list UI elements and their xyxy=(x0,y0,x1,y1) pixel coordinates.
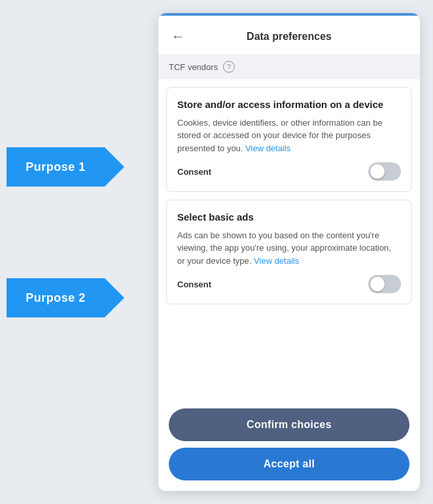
purpose-card-1: Store and/or access information on a dev… xyxy=(166,87,412,192)
data-preferences-modal: ← Data preferences TCF vendors ? Store a… xyxy=(158,13,420,491)
purpose-1-consent-label: Consent xyxy=(177,167,211,177)
purpose-1-title: Store and/or access information on a dev… xyxy=(177,98,401,111)
confirm-choices-button[interactable]: Confirm choices xyxy=(169,408,409,441)
purpose-2-arrow: Purpose 2 xyxy=(7,278,105,317)
purpose-1-consent-row: Consent xyxy=(177,162,401,181)
back-icon: ← xyxy=(171,29,184,44)
purpose-2-arrow-label: Purpose 2 xyxy=(26,291,86,305)
modal-footer: Confirm choices Accept all xyxy=(158,401,420,491)
purpose-2-toggle-thumb xyxy=(370,277,385,291)
purpose-2-title: Select basic ads xyxy=(177,211,401,224)
purpose-1-description: Cookies, device identifiers, or other in… xyxy=(177,117,401,155)
purpose-2-consent-label: Consent xyxy=(177,279,211,289)
purpose-2-consent-row: Consent xyxy=(177,275,401,293)
tcf-vendors-label: TCF vendors xyxy=(169,62,218,72)
modal-header: ← Data preferences xyxy=(158,16,420,54)
purpose-1-arrow-label: Purpose 1 xyxy=(26,160,86,174)
purpose-1-toggle-thumb xyxy=(370,164,385,179)
tcf-vendors-bar: TCF vendors ? xyxy=(158,54,420,79)
back-button[interactable]: ← xyxy=(169,26,187,46)
purpose-1-view-details-link[interactable]: View details xyxy=(245,143,290,153)
purpose-2-view-details-link[interactable]: View details xyxy=(254,256,299,266)
purpose-1-consent-toggle[interactable] xyxy=(368,162,401,181)
modal-title: Data preferences xyxy=(187,31,391,43)
purpose-1-arrow: Purpose 1 xyxy=(7,147,105,187)
purpose-2-consent-toggle[interactable] xyxy=(368,275,401,293)
tcf-help-icon[interactable]: ? xyxy=(223,61,235,73)
purpose-card-2: Select basic ads Ads can be shown to you… xyxy=(166,200,412,304)
purpose-2-description: Ads can be shown to you based on the con… xyxy=(177,229,401,268)
purposes-list: Store and/or access information on a dev… xyxy=(158,79,420,401)
accept-all-button[interactable]: Accept all xyxy=(169,448,409,480)
